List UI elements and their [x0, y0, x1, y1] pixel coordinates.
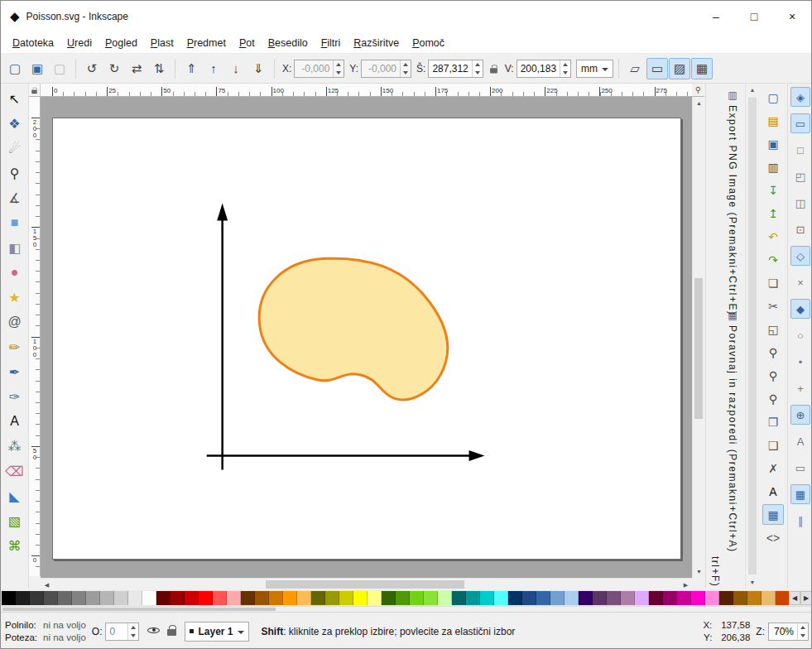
width-spinbox[interactable]: 287,312	[428, 60, 483, 78]
connector-tool[interactable]: ⌘	[3, 535, 26, 556]
text-tool[interactable]: A	[3, 411, 26, 432]
snap-smooth-nodes-toggle[interactable]: ○	[790, 325, 810, 345]
lower-button[interactable]: ↓	[225, 58, 247, 79]
maximize-button[interactable]: □	[735, 1, 773, 32]
star-tool[interactable]: ★	[3, 286, 26, 308]
y-spin-arrows[interactable]	[400, 60, 411, 77]
zoom-drawing-button[interactable]: ⚲	[762, 365, 784, 386]
palette-swatch[interactable]	[199, 591, 213, 605]
palette-scroll-thumb[interactable]	[2, 608, 276, 611]
undo-button[interactable]: ↶	[762, 226, 784, 247]
redo-button[interactable]: ↷	[762, 249, 784, 270]
zoom-spinbox[interactable]: 70%	[768, 623, 809, 641]
print-button[interactable]: ▥	[762, 156, 784, 177]
menu-uredi[interactable]: Uredi	[60, 35, 98, 51]
menu-predmet[interactable]: Predmet	[180, 35, 233, 51]
palette-swatch[interactable]	[297, 591, 311, 605]
select-all-button[interactable]: ▢	[4, 58, 26, 79]
raise-to-top-button[interactable]: ⇑	[180, 58, 202, 79]
palette-swatch[interactable]	[607, 591, 621, 605]
xml-editor-button[interactable]: <>	[762, 527, 784, 548]
minimize-button[interactable]: –	[697, 1, 735, 32]
align-distribute-button[interactable]: ▦	[762, 504, 784, 525]
palette-swatch[interactable]	[621, 591, 635, 605]
palette-swatch[interactable]	[635, 591, 649, 605]
rectangle-tool[interactable]: ■	[3, 212, 26, 233]
palette-swatch[interactable]	[30, 591, 44, 605]
palette-swatch[interactable]	[142, 591, 156, 605]
duplicate-button[interactable]: ❐	[762, 411, 784, 432]
palette-swatch[interactable]	[185, 591, 199, 605]
affect-corners-toggle[interactable]: ▭	[646, 58, 668, 79]
palette-swatch[interactable]	[2, 591, 16, 605]
palette-scrollbar[interactable]	[1, 606, 812, 612]
palette-swatch[interactable]	[565, 591, 579, 605]
palette-swatch[interactable]	[58, 591, 72, 605]
menu-filtri[interactable]: Filtri	[315, 35, 348, 51]
rotate-cw-button[interactable]: ↻	[103, 58, 125, 79]
palette-swatch[interactable]	[353, 591, 368, 605]
layer-selector[interactable]: Layer 1	[185, 622, 248, 642]
menu-razsiritve[interactable]: Razširitve	[347, 35, 406, 51]
sticky-zoom-toggle[interactable]: ⚲	[692, 84, 704, 97]
x-spinbox[interactable]: -0,000	[294, 60, 344, 78]
open-document-button[interactable]: ▤	[762, 110, 784, 131]
affect-gradient-toggle[interactable]: ▨	[669, 58, 690, 79]
palette-swatch[interactable]	[747, 591, 762, 605]
tweak-tool[interactable]: ☄	[3, 137, 26, 159]
scroll-up-icon[interactable]: ▲	[693, 97, 705, 109]
snap-line-midpoints-toggle[interactable]: •	[790, 352, 810, 372]
spray-tool[interactable]: ⁂	[3, 435, 26, 457]
layer-lock-toggle[interactable]	[167, 624, 176, 638]
vertical-scrollbar[interactable]: ▲ ▼	[692, 97, 704, 578]
lock-ratio-toggle[interactable]	[486, 58, 502, 79]
rotate-ccw-button[interactable]: ↺	[81, 58, 103, 79]
gradient-tool[interactable]: ▧	[3, 510, 26, 531]
affect-pattern-toggle[interactable]: ▦	[691, 58, 713, 79]
snap-text-baseline-toggle[interactable]: A	[790, 431, 810, 451]
palette-swatch[interactable]	[171, 591, 185, 605]
cut-button[interactable]: ✂	[762, 296, 784, 316]
snap-object-centers-toggle[interactable]: +	[790, 378, 810, 398]
palette-swatch[interactable]	[508, 591, 522, 605]
palette-swatch[interactable]	[128, 591, 142, 605]
deselect-button[interactable]: ▢	[49, 58, 70, 79]
zoom-tool[interactable]: ⚲	[3, 162, 26, 184]
palette-swatch[interactable]	[733, 591, 747, 605]
palette-swatch[interactable]	[466, 591, 480, 605]
palette-swatch[interactable]	[438, 591, 452, 605]
bucket-tool[interactable]: ◣	[3, 485, 26, 507]
palette-swatch[interactable]	[213, 591, 227, 605]
horizontal-ruler[interactable]: 0255075100125150175200225250275	[41, 84, 692, 97]
horizontal-scrollbar[interactable]: ◀ ▶	[41, 578, 692, 590]
palette-swatch[interactable]	[762, 591, 776, 605]
palette-swatch[interactable]	[677, 591, 691, 605]
snap-rotation-centers-toggle[interactable]: ⊕	[790, 405, 810, 425]
opacity-spinbox[interactable]: 0	[105, 623, 139, 641]
scroll-down-icon[interactable]: ▼	[746, 576, 759, 589]
palette-swatch[interactable]	[663, 591, 677, 605]
zoom-spin-arrows[interactable]	[797, 623, 808, 640]
raise-button[interactable]: ↑	[203, 58, 224, 79]
palette-swatch[interactable]	[776, 591, 790, 605]
zoom-page-button[interactable]: ⚲	[762, 388, 784, 409]
palette-swatch[interactable]	[705, 591, 719, 605]
y-spinbox[interactable]: -0,000	[361, 60, 411, 78]
scroll-left-icon[interactable]: ◀	[41, 579, 53, 591]
palette-swatch[interactable]	[480, 591, 494, 605]
palette-swatch[interactable]	[452, 591, 466, 605]
palette-swatch[interactable]	[283, 591, 297, 605]
vertical-ruler[interactable]: 200150100500	[29, 97, 41, 576]
lock-guides-toggle[interactable]	[29, 84, 41, 97]
snap-cusp-nodes-toggle[interactable]: ◆	[790, 299, 810, 319]
box3d-tool[interactable]: ◧	[3, 237, 26, 258]
palette-swatch[interactable]	[339, 591, 353, 605]
zoom-selection-button[interactable]: ⚲	[762, 342, 784, 363]
drawing-canvas[interactable]	[53, 118, 680, 559]
palette-swatch[interactable]	[424, 591, 438, 605]
paste-button[interactable]: ◱	[762, 319, 784, 339]
snap-path-intersections-toggle[interactable]: ×	[790, 272, 810, 292]
palette-swatch[interactable]	[86, 591, 100, 605]
measure-tool[interactable]: ∡	[3, 187, 26, 209]
affect-move-toggle[interactable]: ▱	[624, 58, 646, 79]
